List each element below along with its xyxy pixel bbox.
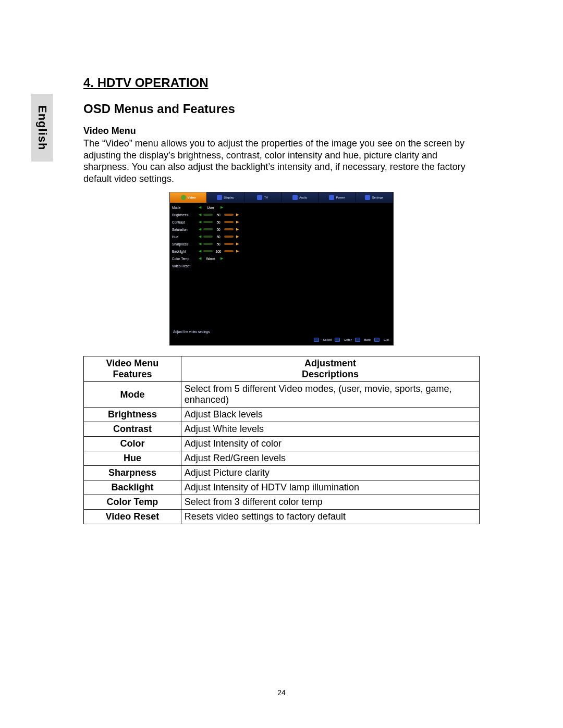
table-row: Color TempSelect from 3 different color … — [84, 495, 480, 510]
osd-setting-row: Contrast◀50▶ — [170, 218, 393, 226]
display-icon — [217, 195, 222, 200]
table-row: ContrastAdjust White levels — [84, 422, 480, 437]
arrow-right-icon: ▶ — [236, 227, 239, 231]
slider-track — [203, 228, 213, 230]
osd-body: Mode◀User▶Brightness◀50▶Contrast◀50▶Satu… — [170, 203, 393, 328]
tv-icon — [257, 195, 262, 200]
osd-setting-value: Warm — [203, 257, 218, 261]
feature-name: Color — [84, 437, 181, 451]
osd-setting-label: Sharpness — [172, 242, 196, 246]
feature-name: Sharpness — [84, 466, 181, 480]
osd-setting-row: Backlight◀100▶ — [170, 248, 393, 255]
osd-setting-row: Sharpness◀50▶ — [170, 240, 393, 248]
language-tab-label: English — [35, 105, 49, 150]
osd-setting-row: Mode◀User▶ — [170, 204, 393, 211]
arrow-left-icon: ◀ — [198, 205, 201, 209]
osd-setting-label: Saturation — [172, 228, 196, 231]
key-icon — [335, 338, 340, 342]
feature-description: Select from 3 different color temp — [181, 495, 479, 510]
arrow-right-icon: ▶ — [236, 235, 239, 239]
arrow-left-icon: ◀ — [198, 213, 201, 217]
key-icon — [355, 338, 360, 342]
osd-tab-settings: Settings — [356, 192, 393, 203]
arrow-left-icon: ◀ — [198, 242, 201, 246]
feature-name: Video Reset — [84, 510, 181, 524]
osd-setting-value: 50 — [215, 235, 222, 239]
table-header-features: Video Menu Features — [84, 356, 181, 382]
arrow-right-icon: ▶ — [236, 213, 239, 217]
feature-description: Adjust Red/Green levels — [181, 451, 479, 466]
osd-tab-power: Power — [319, 192, 356, 203]
feature-name: Mode — [84, 382, 181, 408]
osd-setting-label: Contrast — [172, 220, 196, 224]
key-icon — [314, 338, 319, 342]
osd-setting-value: 50 — [215, 213, 222, 217]
slider-track — [224, 221, 234, 223]
audio-icon — [292, 195, 298, 200]
osd-setting-label: Hue — [172, 235, 196, 239]
slider-track — [224, 214, 234, 216]
osd-tab-video: Video — [170, 192, 207, 203]
table-row: ColorAdjust Intensity of color — [84, 437, 480, 451]
osd-setting-label: Backlight — [172, 250, 196, 253]
osd-setting-value: 50 — [215, 220, 222, 224]
arrow-right-icon: ▶ — [220, 205, 223, 209]
feature-description: Adjust Intensity of HDTV lamp illuminati… — [181, 480, 479, 495]
osd-setting-row: Video Reset — [170, 262, 393, 269]
table-row: HueAdjust Red/Green levels — [84, 451, 480, 466]
arrow-right-icon: ▶ — [236, 220, 239, 224]
osd-screenshot: Video Display TV Audio Power Settings Mo… — [169, 192, 394, 346]
osd-setting-row: Hue◀50▶ — [170, 233, 393, 240]
table-row: ModeSelect from 5 different Video modes,… — [84, 382, 480, 408]
feature-description: Select from 5 different Video modes, (us… — [181, 382, 479, 408]
language-tab: English — [31, 94, 53, 162]
settings-icon — [365, 195, 370, 200]
osd-tab-audio: Audio — [282, 192, 319, 203]
slider-track — [203, 236, 213, 238]
osd-tab-display: Display — [207, 192, 244, 203]
arrow-right-icon: ▶ — [236, 249, 239, 253]
feature-name: Contrast — [84, 422, 181, 437]
arrow-left-icon: ◀ — [198, 249, 201, 253]
osd-setting-value: 100 — [215, 250, 222, 253]
feature-name: Color Temp — [84, 495, 181, 510]
power-icon — [329, 195, 334, 200]
table-row: BacklightAdjust Intensity of HDTV lamp i… — [84, 480, 480, 495]
arrow-left-icon: ◀ — [198, 227, 201, 231]
slider-track — [203, 221, 213, 223]
slider-track — [224, 250, 234, 252]
osd-setting-row: Saturation◀50▶ — [170, 226, 393, 233]
osd-setting-value: 50 — [215, 242, 222, 246]
arrow-right-icon: ▶ — [220, 256, 223, 261]
osd-setting-label: Video Reset — [172, 264, 196, 268]
osd-setting-value: User — [203, 206, 218, 209]
feature-description: Adjust Picture clarity — [181, 466, 479, 480]
feature-description: Adjust Black levels — [181, 408, 479, 422]
sub-title: OSD Menus and Features — [83, 102, 480, 116]
table-row: SharpnessAdjust Picture clarity — [84, 466, 480, 480]
section-title: 4. HDTV OPERATION — [83, 76, 480, 90]
feature-description: Adjust Intensity of color — [181, 437, 479, 451]
table-header-descriptions: Adjustment Descriptions — [181, 356, 479, 382]
slider-track — [203, 250, 213, 252]
arrow-right-icon: ▶ — [236, 242, 239, 246]
osd-tab-bar: Video Display TV Audio Power Settings — [170, 192, 393, 203]
video-icon — [181, 195, 186, 200]
table-row: BrightnessAdjust Black levels — [84, 408, 480, 422]
slider-track — [224, 243, 234, 245]
osd-tab-tv: TV — [244, 192, 282, 203]
slider-track — [224, 228, 234, 230]
key-icon — [374, 338, 380, 342]
osd-hint: Adjust the video settings — [170, 328, 393, 336]
feature-name: Brightness — [84, 408, 181, 422]
osd-setting-label: Mode — [172, 206, 196, 209]
osd-setting-value: 50 — [215, 228, 222, 231]
slider-track — [224, 236, 234, 238]
feature-description: Adjust White levels — [181, 422, 479, 437]
slider-track — [203, 243, 213, 245]
video-menu-description: The “Video” menu allows you to adjust th… — [83, 138, 480, 184]
osd-footer: Select Enter Back Exit — [170, 336, 393, 345]
slider-track — [203, 214, 213, 216]
arrow-left-icon: ◀ — [198, 256, 201, 261]
feature-description: Resets video settings to factory default — [181, 510, 479, 524]
